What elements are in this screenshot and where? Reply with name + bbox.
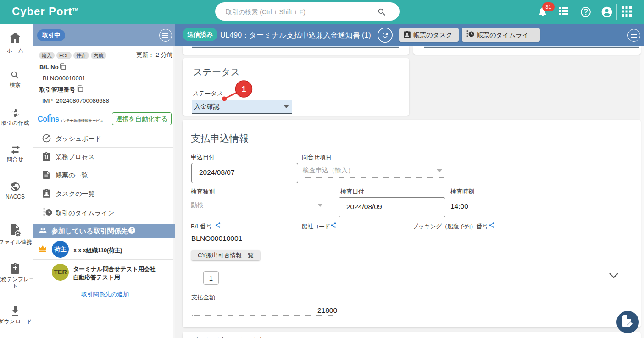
svg-text:1: 1 xyxy=(241,85,246,94)
